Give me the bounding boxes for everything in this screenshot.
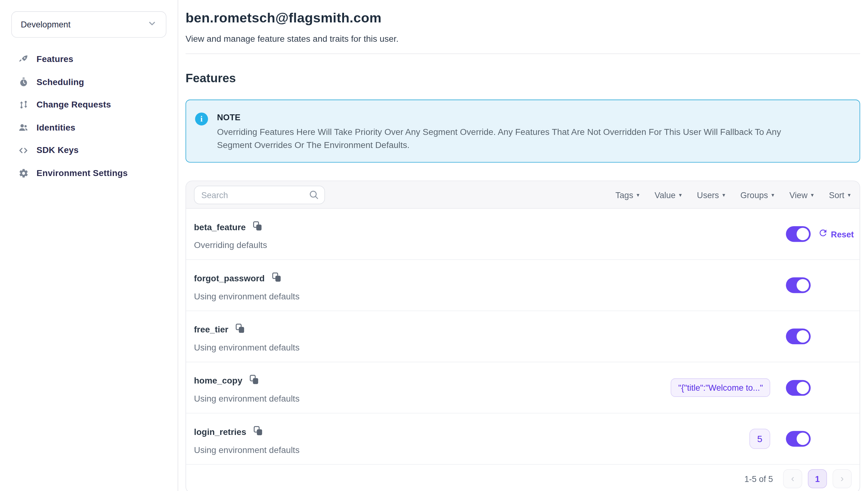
feature-toggle[interactable] <box>786 277 810 293</box>
feature-status: Using environment defaults <box>194 343 300 353</box>
feature-row[interactable]: beta_feature Overriding defaults Reset <box>186 209 860 260</box>
feature-name[interactable]: forgot_password <box>194 273 265 284</box>
caret-down-icon: ▾ <box>679 191 682 198</box>
feature-status: Using environment defaults <box>194 445 300 455</box>
toggle-knob <box>797 330 809 343</box>
caret-down-icon: ▾ <box>772 191 774 198</box>
next-page-button[interactable]: › <box>833 469 851 488</box>
toggle-knob <box>797 228 809 240</box>
feature-row[interactable]: home_copy Using environment defaults "{"… <box>186 362 860 413</box>
chevron-right-icon: › <box>841 473 844 485</box>
feature-status: Using environment defaults <box>194 394 300 404</box>
filter-value[interactable]: Value▾ <box>655 190 682 199</box>
environment-selector[interactable]: Development <box>11 11 166 38</box>
search-box <box>194 185 325 204</box>
copy-icon[interactable] <box>253 426 263 438</box>
sidebar-item-identities[interactable]: Identities <box>11 116 166 139</box>
feature-value-chip[interactable]: 5 <box>749 429 770 449</box>
refresh-icon <box>818 228 828 240</box>
sidebar-item-change-requests[interactable]: Change Requests <box>11 93 166 116</box>
copy-icon[interactable] <box>236 323 245 336</box>
rocket-icon <box>18 54 29 64</box>
features-toolbar: Tags▾ Value▾ Users▾ Groups▾ View▾ Sort▾ <box>186 181 860 208</box>
feature-name[interactable]: home_copy <box>194 376 243 386</box>
chevron-down-icon <box>147 19 157 31</box>
sidebar-item-sdk-keys[interactable]: SDK Keys <box>11 139 166 162</box>
note-title: NOTE <box>217 113 814 122</box>
toggle-knob <box>797 433 809 445</box>
environment-selector-value: Development <box>21 20 71 29</box>
feature-toggle[interactable] <box>786 329 810 345</box>
feature-value-chip[interactable]: "{"title":"Welcome to..." <box>671 378 770 397</box>
app-window: Development Features Scheduling <box>0 0 868 491</box>
feature-row[interactable]: free_tier Using environment defaults <box>186 311 860 362</box>
reset-label: Reset <box>831 229 854 239</box>
feature-row[interactable]: login_retries Using environment defaults… <box>186 413 860 464</box>
toggle-knob <box>797 279 809 292</box>
filter-groups[interactable]: Groups▾ <box>740 190 774 199</box>
main-content: ben.rometsch@flagsmith.com View and mana… <box>178 0 868 491</box>
feature-status: Overriding defaults <box>194 240 267 251</box>
copy-icon[interactable] <box>253 221 263 234</box>
pagination: 1-5 of 5 ‹ 1 › <box>186 465 860 491</box>
sidebar-item-label: Scheduling <box>36 77 84 87</box>
sidebar-item-scheduling[interactable]: Scheduling <box>11 71 166 93</box>
sidebar-item-environment-settings[interactable]: Environment Settings <box>11 162 166 184</box>
feature-toggle[interactable] <box>786 380 810 396</box>
current-page-button[interactable]: 1 <box>808 469 827 488</box>
pagination-range: 1-5 of 5 <box>744 474 773 484</box>
feature-name[interactable]: login_retries <box>194 427 246 437</box>
feature-name[interactable]: beta_feature <box>194 222 246 232</box>
filter-tags[interactable]: Tags▾ <box>616 190 640 199</box>
reset-button[interactable]: Reset <box>818 228 854 240</box>
filter-sort[interactable]: Sort▾ <box>829 190 850 199</box>
note-text: Overriding Features Here Will Take Prior… <box>217 125 814 151</box>
sidebar-nav: Features Scheduling Change Requests Iden… <box>11 48 166 184</box>
code-icon <box>18 145 29 155</box>
copy-icon[interactable] <box>250 375 259 387</box>
copy-icon[interactable] <box>272 272 281 285</box>
feature-toggle[interactable] <box>786 226 810 242</box>
search-input[interactable] <box>194 185 325 204</box>
filter-view[interactable]: View▾ <box>789 190 814 199</box>
page-subtitle: View and manage feature states and trait… <box>186 34 860 44</box>
filter-users[interactable]: Users▾ <box>697 190 725 199</box>
info-icon: i <box>195 113 208 125</box>
caret-down-icon: ▾ <box>722 191 725 198</box>
caret-down-icon: ▾ <box>637 191 640 198</box>
search-icon <box>309 190 319 203</box>
sidebar-item-label: Change Requests <box>36 100 111 110</box>
header-divider <box>186 54 860 54</box>
feature-row[interactable]: forgot_password Using environment defaul… <box>186 260 860 311</box>
note-callout: i NOTE Overriding Features Here Will Tak… <box>186 100 860 163</box>
sidebar: Development Features Scheduling <box>0 0 178 491</box>
sidebar-item-label: Features <box>36 54 73 64</box>
feature-toggle[interactable] <box>786 431 810 447</box>
gear-icon <box>18 168 29 178</box>
sidebar-item-label: SDK Keys <box>36 145 79 155</box>
caret-down-icon: ▾ <box>811 191 814 198</box>
feature-status: Using environment defaults <box>194 291 300 301</box>
prev-page-button[interactable]: ‹ <box>783 469 802 488</box>
sidebar-item-features[interactable]: Features <box>11 48 166 70</box>
toggle-knob <box>797 381 809 394</box>
page-title: ben.rometsch@flagsmith.com <box>186 10 860 27</box>
sidebar-item-label: Environment Settings <box>36 168 128 178</box>
filter-bar: Tags▾ Value▾ Users▾ Groups▾ View▾ Sort▾ <box>616 190 852 199</box>
features-panel: Tags▾ Value▾ Users▾ Groups▾ View▾ Sort▾ … <box>186 181 860 491</box>
features-heading: Features <box>186 71 860 85</box>
chevron-left-icon: ‹ <box>791 473 794 485</box>
stopwatch-icon <box>18 77 29 87</box>
feature-name[interactable]: free_tier <box>194 325 228 335</box>
people-icon <box>18 122 29 133</box>
sidebar-item-label: Identities <box>36 122 75 133</box>
swap-arrows-icon <box>18 99 29 110</box>
caret-down-icon: ▾ <box>848 191 850 198</box>
